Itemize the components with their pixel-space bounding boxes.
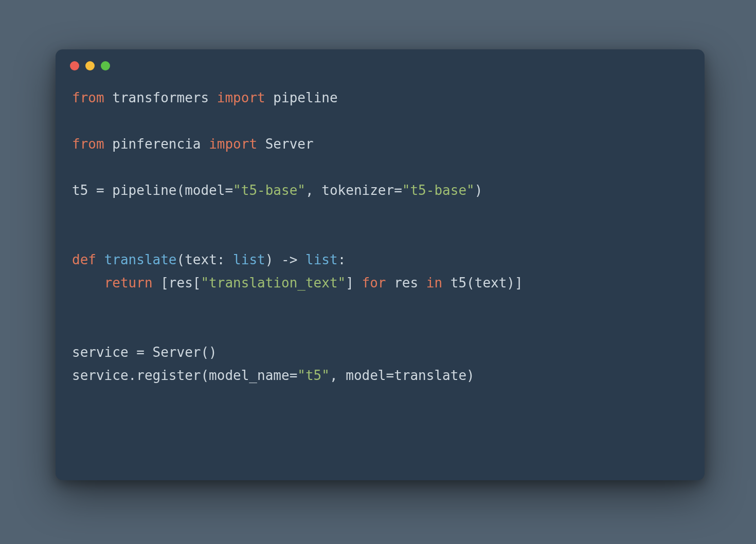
- keyword-from: from: [72, 136, 104, 152]
- code-line-9: return [res["translation_text"] for res …: [72, 275, 523, 291]
- code-text: :: [338, 252, 346, 267]
- string-literal: "t5-base": [402, 183, 475, 198]
- code-line-3: from pinferencia import Server: [72, 136, 314, 152]
- code-text: t5 = pipeline(model=: [72, 183, 233, 198]
- code-line-13: service.register(model_name="t5", model=…: [72, 368, 475, 383]
- code-line-8: def translate(text: list) -> list:: [72, 252, 346, 267]
- code-text: , model=translate): [330, 368, 475, 383]
- import-name: pipeline: [273, 90, 337, 105]
- code-text: (text:: [177, 252, 233, 267]
- string-literal: "translation_text": [201, 275, 346, 291]
- code-line-12: service = Server(): [72, 344, 217, 360]
- keyword-import: import: [209, 136, 257, 152]
- code-line-5: t5 = pipeline(model="t5-base", tokenizer…: [72, 183, 482, 198]
- code-text: ) ->: [265, 252, 305, 267]
- module-name: pinferencia: [112, 136, 201, 152]
- close-icon[interactable]: [70, 61, 79, 70]
- import-name: Server: [265, 136, 314, 152]
- keyword-in: in: [426, 275, 442, 291]
- code-text: res: [386, 275, 426, 291]
- code-block: from transformers import pipeline from p…: [56, 82, 705, 404]
- code-text: , tokenizer=: [305, 183, 402, 198]
- keyword-def: def: [72, 252, 96, 267]
- code-line-1: from transformers import pipeline: [72, 90, 338, 105]
- string-literal: "t5-base": [233, 183, 305, 198]
- code-window: from transformers import pipeline from p…: [56, 49, 705, 480]
- zoom-icon[interactable]: [101, 61, 110, 70]
- code-text: ]: [346, 275, 362, 291]
- code-text: ): [475, 183, 483, 198]
- type-hint: list: [233, 252, 265, 267]
- code-text: service.register(model_name=: [72, 368, 297, 383]
- indent: [72, 275, 104, 291]
- keyword-from: from: [72, 90, 104, 105]
- type-hint: list: [305, 252, 338, 267]
- keyword-import: import: [217, 90, 265, 105]
- minimize-icon[interactable]: [85, 61, 95, 70]
- module-name: transformers: [112, 90, 209, 105]
- function-name: translate: [104, 252, 177, 267]
- keyword-return: return: [104, 275, 153, 291]
- code-text: t5(text)]: [442, 275, 523, 291]
- code-text: [res[: [153, 275, 201, 291]
- keyword-for: for: [362, 275, 386, 291]
- window-titlebar: [56, 49, 705, 82]
- string-literal: "t5": [297, 368, 330, 383]
